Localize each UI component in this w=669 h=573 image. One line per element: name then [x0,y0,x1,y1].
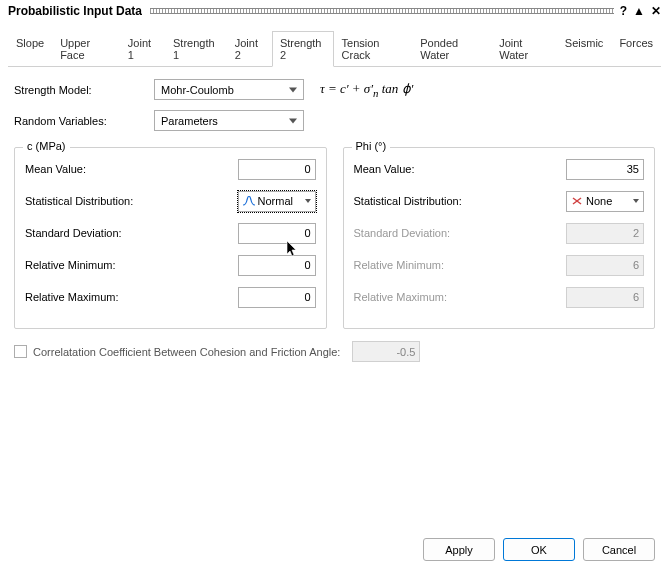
phi-dist-select[interactable]: None [566,191,644,212]
normal-curve-icon [243,196,255,206]
strength-model-select[interactable]: Mohr-Coulomb [154,79,304,100]
tab-slope[interactable]: Slope [8,31,52,67]
group-phi: Phi (°) Mean Value: Statistical Distribu… [343,147,656,329]
c-std-label: Standard Deviation: [25,227,238,239]
help-button[interactable]: ? [620,4,627,18]
random-variables-label: Random Variables: [14,115,154,127]
tab-strength1[interactable]: Strength 1 [165,31,227,67]
phi-relmin-input [566,255,644,276]
phi-relmax-input [566,287,644,308]
correlation-checkbox[interactable] [14,345,27,358]
c-mean-input[interactable] [238,159,316,180]
c-std-input[interactable] [238,223,316,244]
c-relmin-label: Relative Minimum: [25,259,238,271]
phi-relmin-label: Relative Minimum: [354,259,567,271]
cancel-button[interactable]: Cancel [583,538,655,561]
ok-button[interactable]: OK [503,538,575,561]
phi-dist-label: Statistical Distribution: [354,195,567,207]
none-x-icon [571,196,583,206]
window-title: Probabilistic Input Data [8,4,142,18]
tab-upper-face[interactable]: Upper Face [52,31,120,67]
correlation-input [352,341,420,362]
c-dist-select[interactable]: Normal [238,191,316,212]
phi-mean-input[interactable] [566,159,644,180]
tab-tension-crack[interactable]: Tension Crack [334,31,413,67]
c-mean-label: Mean Value: [25,163,238,175]
phi-std-input [566,223,644,244]
tab-strength2[interactable]: Strength 2 [272,31,334,67]
random-variables-select[interactable]: Parameters [154,110,304,131]
c-relmax-label: Relative Maximum: [25,291,238,303]
group-c: c (MPa) Mean Value: Statistical Distribu… [14,147,327,329]
collapse-button[interactable]: ▲ [633,4,645,18]
tab-joint2[interactable]: Joint 2 [227,31,272,67]
phi-std-label: Standard Deviation: [354,227,567,239]
phi-relmax-label: Relative Maximum: [354,291,567,303]
group-c-legend: c (MPa) [23,140,70,152]
tab-strip: Slope Upper Face Joint 1 Strength 1 Join… [8,30,661,67]
c-relmax-input[interactable] [238,287,316,308]
title-rule [150,8,614,14]
strength-model-label: Strength Model: [14,84,154,96]
correlation-label: Correlatation Coefficient Between Cohesi… [33,346,340,358]
tab-seismic[interactable]: Seismic [557,31,612,67]
tab-joint1[interactable]: Joint 1 [120,31,165,67]
tab-ponded-water[interactable]: Ponded Water [412,31,491,67]
c-dist-label: Statistical Distribution: [25,195,238,207]
apply-button[interactable]: Apply [423,538,495,561]
group-phi-legend: Phi (°) [352,140,391,152]
strength-formula: τ = c′ + σ′n tan ϕ′ [320,81,413,99]
close-button[interactable]: ✕ [651,4,661,18]
c-relmin-input[interactable] [238,255,316,276]
title-bar: Probabilistic Input Data ? ▲ ✕ [0,0,669,22]
tab-joint-water[interactable]: Joint Water [491,31,557,67]
tab-forces[interactable]: Forces [611,31,661,67]
phi-mean-label: Mean Value: [354,163,567,175]
